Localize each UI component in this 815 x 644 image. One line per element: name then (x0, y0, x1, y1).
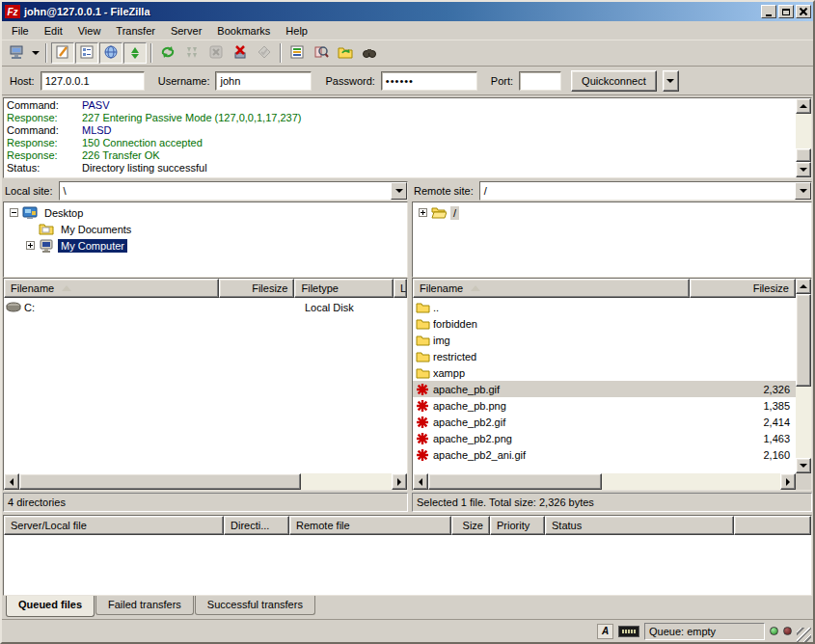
collapse-icon[interactable] (10, 208, 18, 217)
expand-icon[interactable] (419, 208, 427, 217)
file-name: apache_pb2_ani.gif (433, 449, 713, 461)
cancel-button[interactable] (204, 42, 228, 64)
local-horizontal-scrollbar[interactable] (4, 473, 407, 490)
expand-icon[interactable] (26, 241, 35, 250)
column-header-direction[interactable]: Directi... (224, 516, 289, 535)
chevron-down-icon (395, 189, 403, 193)
close-button[interactable] (796, 5, 811, 18)
scroll-left-button[interactable] (413, 473, 428, 490)
file-row[interactable]: img (413, 332, 796, 348)
file-row[interactable]: apache_pb.png1,385 (413, 397, 796, 414)
scroll-left-button[interactable] (4, 473, 19, 490)
toggle-message-log-button[interactable] (51, 42, 74, 64)
column-header-status[interactable]: Status (545, 516, 734, 535)
menu-server[interactable]: Server (163, 23, 209, 39)
status-bar: A Queue: empty (2, 619, 813, 642)
menu-bookmarks[interactable]: Bookmarks (209, 23, 278, 39)
tab-failed-transfers[interactable]: Failed transfers (95, 596, 194, 615)
menu-file[interactable]: File (4, 23, 37, 39)
column-header-filetype[interactable]: Filetype (294, 279, 394, 298)
maximize-button[interactable] (778, 5, 794, 18)
queue-tabs: Queued files Failed transfers Successful… (2, 596, 813, 619)
combo-dropdown-button[interactable] (391, 182, 407, 200)
scroll-up-button[interactable] (796, 279, 811, 294)
menu-view[interactable]: View (70, 23, 109, 39)
remote-horizontal-scrollbar[interactable] (413, 473, 796, 490)
reconnect-button[interactable] (253, 42, 276, 64)
file-row[interactable]: restricted (413, 348, 796, 364)
directory-comparison-button[interactable] (310, 42, 333, 64)
scroll-right-button[interactable] (780, 473, 796, 490)
remote-tree[interactable]: / (412, 201, 812, 278)
local-list-header: Filename Filesize Filetype L (4, 279, 407, 298)
site-manager-dropdown-button[interactable] (29, 42, 41, 64)
title-bar[interactable]: Fz john@127.0.0.1 - FileZilla (2, 2, 813, 21)
toggle-queue-view-button[interactable] (123, 42, 147, 64)
scrollbar-thumb[interactable] (19, 473, 301, 490)
local-tree[interactable]: Desktop My Documents My Computer (3, 201, 408, 278)
combo-dropdown-button[interactable] (795, 182, 811, 200)
log-label: Status: (7, 162, 82, 174)
remote-vertical-scrollbar[interactable] (796, 279, 811, 473)
file-row[interactable]: xampp (413, 364, 796, 381)
tree-item-root[interactable]: / (415, 204, 811, 221)
host-input[interactable]: 127.0.0.1 (41, 71, 145, 91)
menu-transfer[interactable]: Transfer (108, 23, 163, 39)
site-manager-button[interactable] (5, 42, 28, 64)
menu-help[interactable]: Help (278, 23, 315, 39)
tab-successful-transfers[interactable]: Successful transfers (195, 596, 315, 615)
column-header-size[interactable]: Size (451, 516, 490, 535)
file-row[interactable]: C: Local Disk (4, 299, 407, 315)
quickconnect-button[interactable]: Quickconnect (571, 70, 657, 92)
file-row[interactable]: apache_pb2_ani.gif2,160 (413, 446, 796, 463)
file-row[interactable]: apache_pb2.png1,463 (413, 430, 796, 446)
log-vertical-scrollbar[interactable] (796, 98, 811, 177)
image-file-icon (415, 448, 430, 462)
column-header-priority[interactable]: Priority (490, 516, 545, 535)
column-header-filesize[interactable]: Filesize (219, 279, 295, 298)
password-input[interactable]: •••••• (381, 71, 477, 91)
column-header-last-modified[interactable]: L (394, 279, 407, 298)
column-header-filesize[interactable]: Filesize (690, 279, 796, 298)
ascii-data-type-icon[interactable]: A (597, 624, 613, 639)
folder-icon (415, 366, 430, 380)
scroll-up-button[interactable] (796, 98, 811, 114)
toggle-remote-treeview-button[interactable] (99, 42, 122, 64)
minimize-button[interactable] (761, 5, 776, 18)
synchronized-browsing-button[interactable] (334, 42, 357, 64)
resize-grip[interactable] (797, 628, 811, 642)
menu-edit[interactable]: Edit (37, 23, 70, 39)
column-header-filename[interactable]: Filename (413, 279, 690, 298)
remote-site-combo[interactable]: / (479, 181, 812, 201)
process-queue-button[interactable] (180, 42, 204, 64)
queue-list-empty[interactable] (4, 535, 811, 595)
file-row[interactable]: apache_pb2.gif2,414 (413, 414, 796, 430)
tree-item-desktop[interactable]: Desktop (6, 204, 407, 221)
scrollbar-thumb[interactable] (796, 294, 811, 387)
scroll-down-button[interactable] (796, 458, 811, 473)
queue-size-panel: Queue: empty (644, 623, 765, 640)
username-input[interactable]: john (215, 71, 312, 91)
column-header-remote-file[interactable]: Remote file (289, 516, 451, 535)
file-row-selected[interactable]: apache_pb.gif2,326 (413, 381, 796, 397)
column-header-filename[interactable]: Filename (4, 279, 219, 298)
local-site-combo[interactable]: \ (59, 181, 408, 201)
scroll-down-button[interactable] (796, 162, 811, 177)
disconnect-button[interactable] (229, 42, 252, 64)
tab-queued-files[interactable]: Queued files (6, 596, 95, 617)
quickconnect-dropdown-button[interactable] (663, 70, 679, 92)
tree-item-my-computer[interactable]: My Computer (6, 237, 407, 254)
tree-item-my-documents[interactable]: My Documents (6, 221, 407, 237)
directory-filter-button[interactable] (285, 42, 309, 64)
port-input[interactable] (519, 71, 561, 91)
scrollbar-thumb[interactable] (796, 148, 811, 162)
file-row[interactable]: .. (413, 299, 796, 315)
column-header-server-local-file[interactable]: Server/Local file (4, 516, 224, 535)
refresh-button[interactable] (156, 42, 179, 64)
scroll-right-button[interactable] (392, 473, 407, 490)
toggle-local-treeview-button[interactable] (75, 42, 98, 64)
speedlimit-indicator-icon[interactable] (618, 626, 639, 637)
find-files-button[interactable] (358, 42, 381, 64)
file-row[interactable]: forbidden (413, 315, 796, 332)
scrollbar-thumb[interactable] (428, 473, 602, 490)
